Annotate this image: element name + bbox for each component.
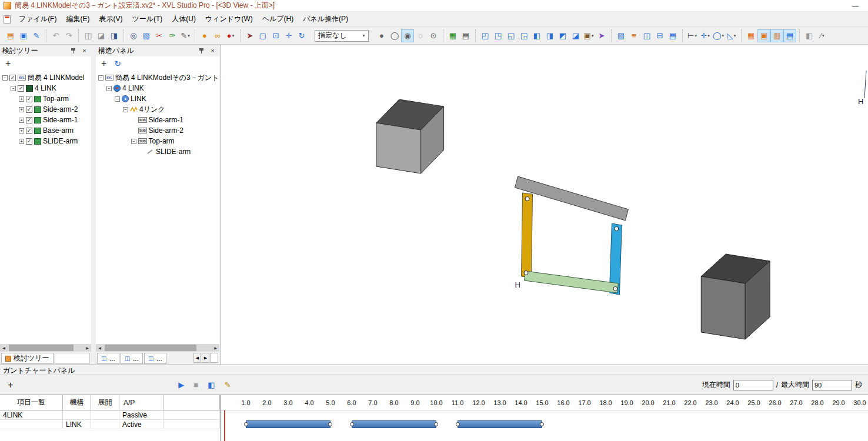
joint-circle[interactable] (524, 271, 528, 275)
tree-item[interactable]: −4 LINK (96, 83, 219, 93)
grid-panel-icon[interactable]: ▦ (745, 29, 757, 42)
expand-icon[interactable]: + (19, 107, 24, 112)
hidden-line-icon[interactable]: ◌ (414, 29, 427, 42)
horizontal-scrollbar[interactable]: ◀ ▶ (96, 344, 219, 352)
scroll-thumb[interactable] (9, 345, 74, 351)
tree-item[interactable]: −4リンク (96, 104, 219, 115)
view-back-icon[interactable]: ◳ (492, 29, 505, 42)
horizontal-scrollbar[interactable]: ◀ ▶ (0, 344, 91, 352)
visibility-checkbox[interactable]: ✓ (26, 117, 32, 123)
joint-circle[interactable] (613, 287, 617, 291)
circle-tool-icon[interactable]: ◯▾ (712, 29, 725, 42)
save-icon[interactable]: ◨ (108, 29, 121, 42)
tree-item[interactable]: +✓Base-arm (0, 125, 91, 136)
cube-right[interactable] (701, 254, 770, 339)
tree-item[interactable]: −✓4 LINK (0, 83, 91, 93)
joint-circle[interactable] (615, 227, 619, 231)
expand-icon[interactable]: + (19, 128, 24, 133)
tree-item[interactable]: −LINK (96, 93, 219, 104)
add-study-button[interactable]: + (4, 59, 12, 68)
view-right-icon[interactable]: ◲ (518, 29, 530, 42)
time-cursor[interactable] (224, 410, 225, 441)
minimize-button[interactable]: — (846, 2, 864, 9)
tree-item[interactable]: −✓XVL簡易 4 LINKModel (0, 72, 91, 83)
bar-handle-start[interactable] (244, 422, 248, 426)
menu-tools[interactable]: ツール(T) (127, 12, 167, 26)
gantt-bar[interactable] (246, 420, 330, 428)
visibility-checkbox[interactable]: ✓ (26, 138, 32, 145)
collapse-icon[interactable]: − (115, 96, 120, 102)
scroll-thumb[interactable] (105, 345, 196, 351)
gantt-add-button[interactable]: + (6, 380, 15, 390)
view-axono-icon[interactable]: ◪ (569, 29, 582, 42)
animation-record-icon[interactable]: ◧ (208, 381, 215, 389)
max-time-input[interactable] (812, 380, 852, 390)
pan-icon[interactable]: ✛ (282, 29, 295, 42)
menu-edit[interactable]: 編集(E) (61, 12, 94, 26)
menu-view[interactable]: 表示(V) (94, 12, 127, 26)
tree-item[interactable]: SUBSide-arm-2 (96, 125, 219, 136)
frame-select-icon[interactable]: ⊡ (269, 29, 282, 42)
gantt-panel-icon[interactable]: ▤ (783, 29, 796, 42)
shading-icon[interactable]: ● (375, 29, 388, 42)
menu-human[interactable]: 人体(U) (167, 12, 201, 26)
collapse-icon[interactable]: − (11, 86, 16, 91)
menu-window[interactable]: ウィンドウ(W) (201, 12, 258, 26)
combo-dropdown-icon[interactable]: ▾ (359, 33, 368, 38)
wireframe-icon[interactable]: ◯ (388, 29, 401, 42)
study-panel-icon[interactable]: ▥ (770, 29, 783, 42)
tree-item[interactable]: +✓SLIDE-arm (0, 136, 91, 146)
image-capture-icon[interactable]: ▤ (666, 29, 679, 42)
scroll-right-icon[interactable]: ▶ (84, 344, 91, 352)
view-top-icon[interactable]: ◧ (530, 29, 543, 42)
scroll-left-icon[interactable]: ◀ (0, 344, 8, 352)
visibility-checkbox[interactable]: ✓ (26, 96, 32, 102)
import-icon[interactable]: ◪ (95, 29, 108, 42)
shade-toggle-icon[interactable]: ◧ (803, 29, 816, 42)
view-cube-icon[interactable]: ▣▾ (582, 29, 595, 42)
edit-window-icon[interactable]: ✎ (30, 29, 43, 42)
view-iso-icon[interactable]: ◩ (556, 29, 569, 42)
viewport-3d[interactable]: H H (221, 45, 868, 365)
link-point-icon[interactable]: ∞ (211, 29, 224, 42)
tab-prev-icon[interactable]: ◀ (193, 353, 201, 363)
orbit-icon[interactable]: ↻ (295, 29, 308, 42)
expand-icon[interactable]: + (19, 96, 24, 102)
view-left-icon[interactable]: ◱ (505, 29, 518, 42)
menu-help[interactable]: ヘルプ(H) (258, 12, 299, 26)
add-structure-button[interactable]: + (99, 59, 108, 68)
gantt-bar[interactable] (352, 420, 436, 428)
find-icon[interactable]: ◎ (127, 29, 140, 42)
panel-divider[interactable] (91, 45, 96, 365)
close-icon[interactable]: × (208, 46, 217, 55)
scroll-right-icon[interactable]: ▶ (212, 344, 219, 352)
zoom-window-icon[interactable]: ▢ (256, 29, 269, 42)
hierarchy-icon[interactable]: ≡ (627, 29, 640, 42)
section-icon[interactable]: ▤ (459, 29, 472, 42)
joint-circle[interactable] (525, 197, 529, 201)
bar-handle-start[interactable] (456, 422, 460, 426)
table-row[interactable]: LINK Active (0, 420, 220, 429)
current-time-input[interactable] (733, 380, 773, 390)
move-part-icon[interactable]: ✛▾ (699, 29, 712, 42)
shading-edges-icon[interactable]: ◉ (401, 29, 414, 42)
tree-item[interactable]: SLIDE-arm (96, 146, 219, 157)
expand-icon[interactable]: + (19, 139, 24, 144)
undo-icon[interactable]: ↶ (49, 29, 62, 42)
check-point-icon[interactable]: ●▾ (224, 29, 237, 42)
structure-panel-icon[interactable]: ▣ (757, 29, 770, 42)
pick-arrow-icon[interactable]: ➤ (243, 29, 256, 42)
stop-button[interactable]: ■ (193, 381, 198, 389)
print-preview-icon[interactable]: ▧ (615, 29, 627, 42)
bar-handle-end[interactable] (328, 422, 332, 426)
tree-item[interactable]: −XVL簡易 4 LINKModelその3－ガント... (96, 72, 219, 83)
translucent-icon[interactable]: ⊙ (427, 29, 440, 42)
visibility-checkbox[interactable]: ✓ (9, 75, 16, 81)
split-vertical-icon[interactable]: ⊟ (653, 29, 666, 42)
bar-handle-start[interactable] (350, 422, 354, 426)
expand-icon[interactable]: + (19, 118, 24, 123)
view-front-icon[interactable]: ◰ (479, 29, 492, 42)
play-button[interactable]: ▶ (178, 381, 184, 389)
tab-structure-1[interactable]: ◫ ... (97, 353, 119, 364)
collapse-icon[interactable]: − (106, 86, 112, 91)
